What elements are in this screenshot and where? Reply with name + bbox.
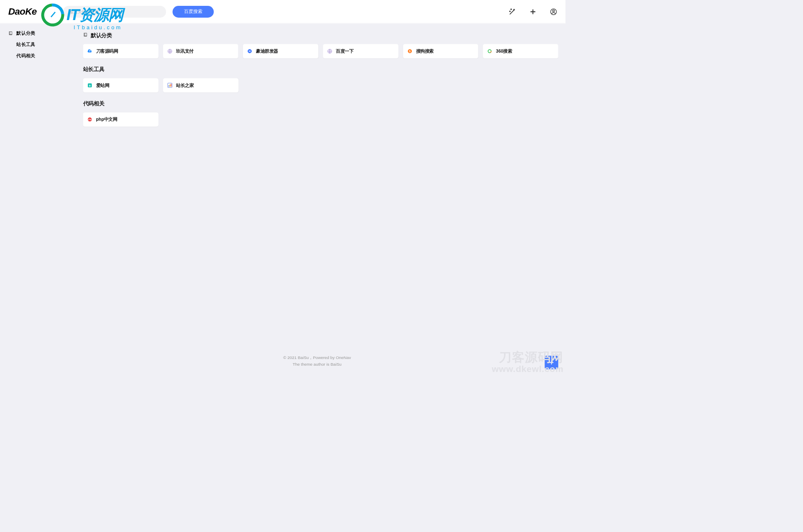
footer-line2: The theme author is BaiSu	[76, 361, 558, 368]
circle-h-icon: H	[247, 48, 253, 54]
search-input[interactable]	[63, 6, 166, 18]
link-card-aizhan[interactable]: a 爱站网	[83, 78, 159, 92]
fab-add-button[interactable]	[545, 356, 558, 369]
card-label: 刀客源码网	[96, 48, 118, 54]
card-label: 豪迪群发器	[256, 48, 278, 54]
circle-s-icon: S	[407, 48, 412, 54]
link-card-360[interactable]: 360搜索	[483, 44, 558, 59]
footer-line1: © 2021 BaiSu，Powered by OneNav	[76, 354, 558, 361]
svg-point-1	[552, 10, 555, 12]
section-title-label: 默认分类	[91, 32, 112, 39]
svg-rect-12	[169, 85, 169, 87]
cloud-upload-icon	[87, 48, 92, 54]
link-card-daoke[interactable]: 刀客源码网	[83, 44, 159, 59]
sidebar-item-label: 代码相关	[16, 53, 35, 59]
link-card-haodi[interactable]: H 豪迪群发器	[243, 44, 318, 59]
sidebar-item-label: 默认分类	[16, 30, 35, 36]
footer: © 2021 BaiSu，Powered by OneNav The theme…	[76, 354, 558, 368]
bar-chart-icon	[167, 83, 173, 88]
search-button[interactable]: 百度搜索	[173, 6, 214, 18]
card-label: 站长之家	[176, 82, 194, 88]
card-label: 360搜索	[496, 48, 512, 54]
section-title-tools: 站长工具	[83, 66, 558, 73]
card-label: 爱站网	[96, 82, 110, 88]
link-card-chinaz[interactable]: 站长之家	[163, 78, 238, 92]
svg-rect-13	[170, 84, 171, 87]
section-title-default: 默认分类	[83, 32, 558, 39]
square-a-icon: a	[87, 83, 92, 88]
sidebar-item-default[interactable]: 默认分类	[0, 28, 76, 39]
link-card-jiuxun[interactable]: 玖讯支付	[163, 44, 238, 59]
svg-text:php: php	[88, 118, 92, 120]
globe-icon	[167, 48, 173, 54]
plus-icon[interactable]	[529, 8, 537, 15]
circle-php-icon: php	[87, 117, 92, 122]
link-card-sogou[interactable]: S 搜狗搜索	[403, 44, 478, 59]
sidebar-item-tools[interactable]: 站长工具	[0, 39, 76, 50]
book-icon	[83, 32, 88, 38]
svg-text:S: S	[409, 50, 411, 53]
book-icon	[8, 31, 13, 36]
card-label: 百度一下	[336, 48, 353, 54]
ring-360-icon	[487, 48, 493, 54]
main-content: 默认分类 刀客源码网 玖讯支付 H 豪迪群发器 百度一下 S 搜狗搜索 360搜…	[76, 23, 558, 357]
link-card-baidu[interactable]: 百度一下	[323, 44, 398, 59]
svg-text:a: a	[89, 84, 91, 87]
svg-rect-14	[171, 84, 171, 87]
link-card-php[interactable]: php php中文网	[83, 112, 159, 127]
header-bar: DaoKe 百度搜索	[0, 0, 565, 23]
user-circle-icon[interactable]	[550, 8, 557, 15]
section-title-label: 站长工具	[83, 66, 105, 73]
svg-text:H: H	[249, 50, 251, 53]
sidebar: 默认分类 站长工具 代码相关	[0, 23, 76, 374]
card-label: 搜狗搜索	[416, 48, 434, 54]
section-title-code: 代码相关	[83, 100, 558, 107]
sidebar-item-code[interactable]: 代码相关	[0, 50, 76, 61]
section-title-label: 代码相关	[83, 100, 105, 107]
globe-icon	[327, 48, 332, 54]
magic-wand-icon[interactable]	[509, 8, 516, 15]
logo-text: DaoKe	[8, 6, 37, 17]
card-label: php中文网	[96, 117, 118, 122]
sidebar-item-label: 站长工具	[16, 41, 35, 48]
card-label: 玖讯支付	[176, 48, 194, 54]
